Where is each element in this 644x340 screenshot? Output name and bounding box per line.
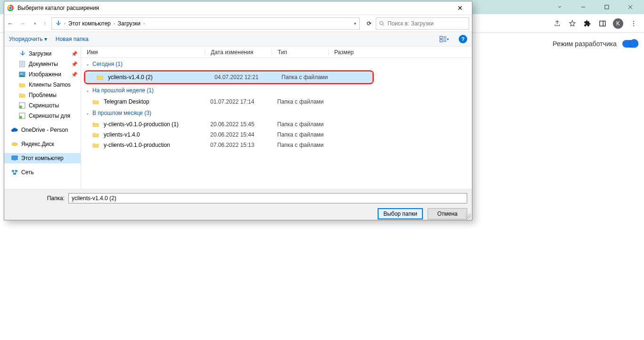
- help-button[interactable]: ?: [459, 35, 467, 43]
- sidebar-item-clients[interactable]: Клиенты Samos: [4, 80, 81, 90]
- sidebar-item-network[interactable]: Сеть: [4, 167, 81, 178]
- developer-mode-label: Режим разработчика: [553, 40, 617, 48]
- refresh-button[interactable]: ⟳: [363, 20, 376, 27]
- menu-icon[interactable]: [629, 19, 638, 28]
- col-type[interactable]: Тип: [272, 49, 328, 56]
- sidebar-item-screenshots[interactable]: Скриншоты: [4, 100, 81, 111]
- cancel-button[interactable]: Отмена: [428, 208, 467, 219]
- breadcrumb-root[interactable]: Этот компьютер: [68, 20, 111, 27]
- svg-rect-7: [440, 36, 442, 39]
- svg-point-22: [19, 116, 22, 119]
- sidebar-item-pictures[interactable]: Изображени📌: [4, 69, 81, 80]
- pin-icon: 📌: [71, 61, 78, 67]
- pictures-icon: [18, 71, 26, 78]
- folder-name-input[interactable]: [68, 193, 467, 203]
- col-name[interactable]: Имя: [81, 49, 205, 56]
- group-header[interactable]: ⌄В прошлом месяце (3): [81, 107, 472, 119]
- sidebar-item-screenshots-for[interactable]: Скриншоты для: [4, 111, 81, 121]
- star-icon[interactable]: [568, 19, 577, 28]
- svg-point-3: [633, 21, 634, 22]
- up-button[interactable]: ↑: [41, 20, 49, 27]
- sidebar-item-this-pc[interactable]: Этот компьютер: [4, 153, 81, 163]
- breadcrumb-folder[interactable]: Загрузки: [118, 20, 140, 27]
- highlighted-row-callout: yclients-v1.4.0 (2) 04.07.2022 12:21 Пап…: [84, 70, 374, 84]
- folder-icon: [92, 132, 99, 138]
- extensions-icon[interactable]: [583, 19, 592, 28]
- network-icon: [11, 169, 18, 176]
- organize-button[interactable]: Упорядочить ▾: [9, 36, 47, 42]
- downloads-path-icon: [55, 20, 61, 27]
- sidebar: Загрузки📌 Документы📌 Изображени📌 Клиенты…: [4, 47, 81, 189]
- group-header[interactable]: ⌄Сегодня (1): [81, 58, 472, 70]
- column-headers[interactable]: Имя Дата изменения Тип Размер: [81, 47, 472, 58]
- documents-icon: [18, 60, 26, 68]
- dialog-footer: Папка: Выбор папки Отмена: [4, 189, 472, 220]
- avatar-letter: K: [616, 20, 620, 27]
- minimize-button[interactable]: [573, 0, 593, 14]
- developer-mode-row: Режим разработчика: [553, 40, 638, 48]
- svg-point-20: [19, 105, 22, 108]
- profile-avatar[interactable]: K: [613, 18, 623, 29]
- file-row[interactable]: y-clients-v0.1.0-production (1) 20.06.20…: [81, 119, 472, 130]
- breadcrumb-bar[interactable]: › Этот компьютер › Загрузки › ▾: [51, 17, 360, 30]
- folder-icon: [92, 99, 99, 105]
- col-size[interactable]: Размер: [328, 49, 375, 56]
- svg-rect-24: [12, 156, 17, 160]
- view-mode-button[interactable]: ▾: [438, 36, 450, 42]
- browser-chevron-icon[interactable]: [550, 0, 570, 14]
- folder-icon: [18, 81, 26, 89]
- file-row[interactable]: Telegram Desktop 01.07.2022 17:14 Папка …: [81, 97, 472, 107]
- search-input[interactable]: Поиск в: Загрузки: [376, 17, 469, 30]
- folder-picker-dialog: Выберите каталог расширения ✕ ← → ▾ ↑ › …: [4, 1, 472, 220]
- sidebar-item-problems[interactable]: Проблемы: [4, 90, 81, 100]
- folder-icon: [92, 121, 99, 127]
- sidebar-item-downloads[interactable]: Загрузки📌: [4, 49, 81, 59]
- chevron-down-icon: ⌄: [86, 62, 90, 66]
- sidebar-item-onedrive[interactable]: OneDrive - Person: [4, 125, 81, 135]
- chevron-right-icon: ›: [143, 21, 145, 26]
- sidepanel-icon[interactable]: [598, 19, 607, 28]
- path-dropdown-icon[interactable]: ▾: [354, 21, 356, 26]
- group-header[interactable]: ⌄На прошлой неделе (1): [81, 84, 472, 97]
- file-row[interactable]: yclients-v1.4.0 20.06.2022 15:44 Папка с…: [81, 130, 472, 140]
- share-icon[interactable]: [553, 19, 562, 28]
- new-folder-button[interactable]: Новая папка: [56, 36, 89, 42]
- file-row[interactable]: y-clients-v0.1.0-production 07.06.2022 1…: [81, 140, 472, 150]
- screenshot-icon: [18, 112, 26, 120]
- dialog-close-button[interactable]: ✕: [451, 3, 469, 13]
- maximize-button[interactable]: [597, 0, 617, 14]
- svg-point-4: [633, 23, 634, 24]
- svg-rect-25: [14, 160, 16, 161]
- svg-rect-0: [605, 5, 609, 9]
- svg-point-23: [12, 143, 17, 146]
- chevron-down-icon: ⌄: [86, 111, 90, 115]
- dialog-title: Выберите каталог расширения: [17, 5, 99, 11]
- screenshot-icon: [18, 102, 26, 109]
- folder-icon: [92, 142, 99, 148]
- chevron-right-icon: ›: [114, 21, 115, 26]
- recent-chevron-icon[interactable]: ▾: [29, 21, 41, 26]
- resize-grip[interactable]: [465, 213, 471, 219]
- select-folder-button[interactable]: Выбор папки: [378, 208, 423, 219]
- developer-mode-toggle[interactable]: [622, 40, 638, 48]
- svg-point-18: [21, 73, 22, 75]
- file-row[interactable]: yclients-v1.4.0 (2) 04.07.2022 12:21 Пап…: [85, 72, 372, 82]
- back-button[interactable]: ←: [4, 20, 17, 27]
- pin-icon: 📌: [71, 51, 78, 57]
- folder-icon: [97, 74, 103, 80]
- pin-icon: 📌: [71, 72, 78, 78]
- svg-point-5: [633, 25, 634, 26]
- sidebar-item-documents[interactable]: Документы📌: [4, 59, 81, 69]
- forward-button[interactable]: →: [17, 20, 29, 27]
- cloud-icon: [11, 126, 18, 134]
- dialog-nav: ← → ▾ ↑ › Этот компьютер › Загрузки › ▾ …: [4, 15, 472, 32]
- sidebar-item-yandex[interactable]: Яндекс.Диск: [4, 139, 81, 149]
- search-placeholder: Поиск в: Загрузки: [388, 20, 434, 27]
- file-list: Имя Дата изменения Тип Размер ⌄Сегодня (…: [81, 47, 472, 189]
- chevron-down-icon: ⌄: [86, 88, 90, 93]
- svg-rect-1: [600, 21, 605, 26]
- dialog-body: Загрузки📌 Документы📌 Изображени📌 Клиенты…: [4, 47, 472, 189]
- chevron-right-icon: ›: [64, 21, 66, 26]
- close-button[interactable]: [620, 0, 640, 14]
- col-date[interactable]: Дата изменения: [205, 49, 272, 56]
